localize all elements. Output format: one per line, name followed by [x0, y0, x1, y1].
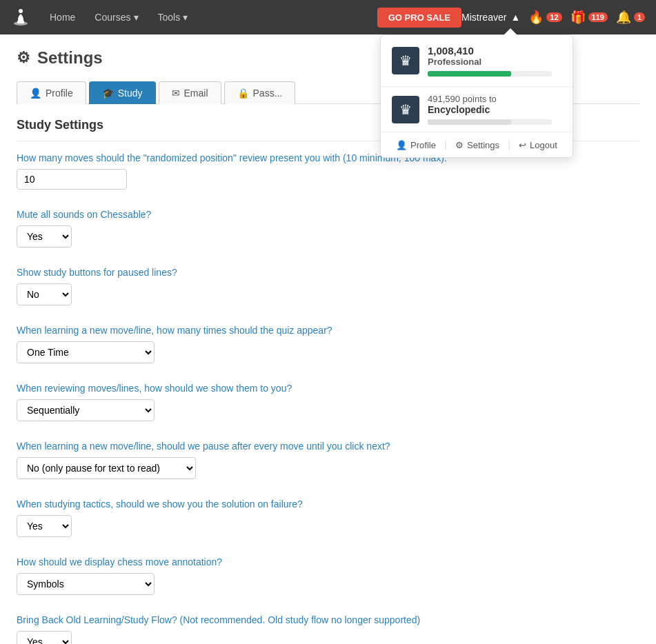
setting-label-annotation: How should we display chess move annotat…: [17, 556, 639, 567]
setting-label-mute: Mute all sounds on Chessable?: [17, 209, 639, 220]
dropdown-user-info: ♛ 1,008,410 Professional: [381, 35, 573, 87]
next-progress-bar-fill: [428, 119, 511, 125]
gear-icon: ⚙: [455, 140, 464, 150]
envelope-icon: ✉: [172, 88, 180, 99]
randomized-position-input[interactable]: [17, 169, 127, 190]
svg-rect-2: [18, 19, 23, 21]
setting-group-randomized: How many moves should the "randomized po…: [17, 152, 639, 190]
tab-email[interactable]: ✉ Email: [159, 81, 221, 104]
user-icon: 👤: [30, 88, 41, 99]
navbar-right: Mistreaver ▲ 🔥 12 🎁 119 🔔 1: [461, 10, 645, 25]
dropdown-arrow: [504, 28, 517, 35]
bell-count: 1: [634, 12, 645, 22]
setting-group-paused: Show study buttons for paused lines? Yes…: [17, 267, 639, 305]
next-rank-avatar: ♛: [392, 96, 419, 123]
progress-bar-container: [428, 71, 552, 77]
setting-group-old-flow: Bring Back Old Learning/Study Flow? (Not…: [17, 614, 639, 644]
review-order-select[interactable]: Sequentially Randomly: [17, 399, 155, 421]
setting-group-mute: Mute all sounds on Chessable? Yes No: [17, 209, 639, 248]
chevron-down-icon: ▾: [134, 12, 139, 23]
tab-password[interactable]: 🔒 Pass...: [224, 81, 296, 104]
dropdown-settings-link[interactable]: ⚙ Settings: [455, 140, 499, 150]
setting-group-pause-move: When learning a new move/line, should we…: [17, 441, 639, 479]
setting-group-annotation: How should we display chess move annotat…: [17, 556, 639, 595]
setting-label-pause-move: When learning a new move/line, should we…: [17, 441, 639, 452]
quiz-appear-select[interactable]: One Time Two Times Three Times: [17, 341, 155, 363]
gift-count: 119: [588, 12, 608, 22]
nav-courses[interactable]: Courses ▾: [86, 8, 146, 27]
paused-lines-select[interactable]: Yes No: [17, 283, 72, 305]
dropdown-menu-items: 👤 Profile | ⚙ Settings | ↩ Logout: [381, 132, 573, 157]
points-value: 1,008,410: [428, 45, 552, 57]
chevron-up-icon: ▲: [510, 12, 520, 23]
site-logo[interactable]: [11, 7, 30, 28]
next-rank-info: ♛ 491,590 points to Encyclopedic: [381, 87, 573, 132]
next-progress-bar-container: [428, 119, 552, 125]
bell-notif[interactable]: 🔔 1: [616, 10, 645, 25]
go-pro-button[interactable]: GO PRO SALE: [377, 8, 461, 28]
next-rank-name: Encyclopedic: [428, 104, 552, 115]
graduation-cap-icon: 🎓: [102, 88, 114, 99]
navbar: Home Courses ▾ Tools ▾ GO PRO SALE Mistr…: [0, 0, 656, 34]
setting-label-quiz: When learning a new move/line, how many …: [17, 325, 639, 336]
progress-bar-fill: [428, 71, 511, 77]
next-rank-details: 491,590 points to Encyclopedic: [428, 94, 552, 125]
dropdown-logout-link[interactable]: ↩ Logout: [519, 140, 557, 150]
svg-point-3: [19, 9, 23, 13]
rank-label: Professional: [428, 57, 552, 67]
user-dropdown: ♛ 1,008,410 Professional ♛ 491,590 point…: [380, 34, 573, 158]
tactics-solution-select[interactable]: Yes No: [17, 515, 72, 537]
logout-icon: ↩: [519, 140, 526, 150]
gift-notif[interactable]: 🎁 119: [570, 10, 608, 25]
gift-icon: 🎁: [570, 10, 586, 25]
navbar-links: Home Courses ▾ Tools ▾: [41, 8, 377, 27]
fire-icon: 🔥: [528, 10, 544, 25]
fire-count: 12: [546, 12, 561, 22]
nav-home[interactable]: Home: [41, 8, 83, 27]
next-points-label: 491,590 points to: [428, 94, 552, 104]
tab-profile[interactable]: 👤 Profile: [17, 81, 86, 104]
dropdown-profile-link[interactable]: 👤 Profile: [396, 140, 436, 150]
chevron-down-icon: ▾: [183, 12, 188, 23]
setting-label-reviewing: When reviewing moves/lines, how should w…: [17, 383, 639, 394]
setting-label-paused: Show study buttons for paused lines?: [17, 267, 639, 278]
avatar: ♛: [392, 47, 419, 74]
tab-study[interactable]: 🎓 Study: [89, 81, 156, 104]
annotation-select[interactable]: Symbols Text: [17, 573, 155, 595]
bell-icon: 🔔: [616, 10, 631, 25]
setting-group-quiz: When learning a new move/line, how many …: [17, 325, 639, 363]
settings-gear-icon: ⚙: [17, 49, 30, 67]
setting-label-old-flow: Bring Back Old Learning/Study Flow? (Not…: [17, 614, 639, 625]
user-menu-trigger[interactable]: Mistreaver ▲: [461, 12, 520, 23]
setting-group-tactics: When studying tactics, should we show yo…: [17, 499, 639, 537]
pause-move-select[interactable]: No (only pause for text to read) Yes: [17, 457, 196, 479]
nav-tools[interactable]: Tools ▾: [150, 8, 197, 27]
user-icon: 👤: [396, 140, 407, 150]
setting-label-tactics: When studying tactics, should we show yo…: [17, 499, 639, 510]
setting-group-reviewing: When reviewing moves/lines, how should w…: [17, 383, 639, 421]
dropdown-rank-info: 1,008,410 Professional: [428, 45, 552, 77]
study-settings-section: Study Settings How many moves should the…: [17, 118, 639, 644]
username: Mistreaver: [461, 12, 506, 23]
lock-icon: 🔒: [237, 88, 249, 99]
fire-notif[interactable]: 🔥 12: [528, 10, 561, 25]
mute-sounds-select[interactable]: Yes No: [17, 225, 72, 248]
old-flow-select[interactable]: Yes No: [17, 631, 72, 644]
